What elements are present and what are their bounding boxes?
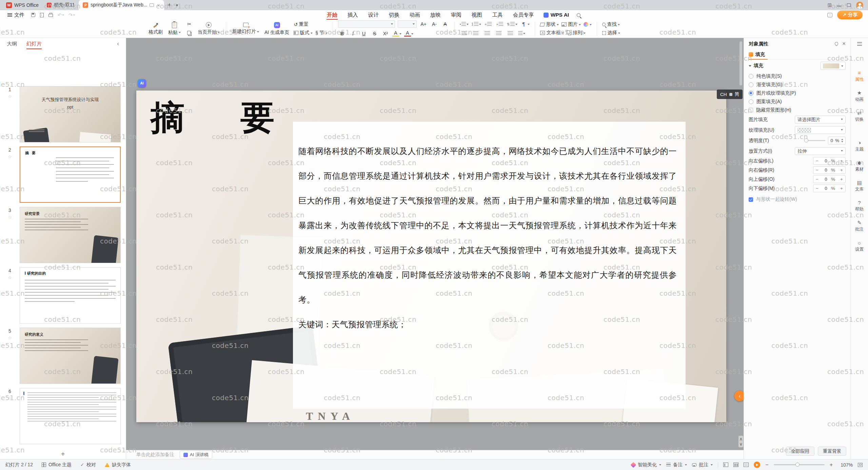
fill-option-gradient-fill[interactable]: 渐变填充(G)	[749, 80, 846, 89]
ai-generate-page-button[interactable]: AI AI 生成单页	[262, 22, 292, 36]
arrange-button[interactable]: 排列	[567, 30, 586, 36]
select-button[interactable]: 选择	[602, 30, 620, 36]
layout-button[interactable]: 版式	[294, 30, 313, 36]
avatar[interactable]	[856, 2, 863, 9]
rotate-with-shape-checkbox[interactable]	[749, 197, 753, 202]
slide-thumbnail-preview[interactable]: 研究背景	[20, 207, 121, 263]
distribute-button[interactable]	[506, 30, 515, 37]
redo-button[interactable]: ↷▾	[68, 12, 75, 18]
align-center-button[interactable]	[471, 30, 480, 37]
close-icon[interactable]: ×	[842, 40, 846, 47]
undo-button[interactable]: ↶▾	[58, 12, 64, 18]
slide-thumbnail-2[interactable]: 2☆摘 要	[0, 146, 126, 203]
proofing-button[interactable]: ✓ 校对	[80, 462, 96, 468]
slide-thumbnail-3[interactable]: 3☆研究背景	[0, 207, 126, 263]
undo-caret-icon[interactable]: ▾	[62, 13, 64, 17]
slide-thumbnail-6[interactable]: 6☆	[0, 388, 126, 444]
apps-grid-icon[interactable]: ⊞	[827, 2, 832, 8]
star-icon[interactable]: ☆	[8, 335, 12, 340]
tab-list-dropdown-icon[interactable]: ▾	[175, 0, 179, 10]
menu-tab-animation[interactable]: 动画	[405, 10, 425, 20]
wps-ai-floating-icon[interactable]: AI	[138, 79, 146, 87]
smart-beautify-button[interactable]: 智能美化	[631, 462, 661, 468]
zoom-out-icon[interactable]: −	[765, 462, 768, 468]
slide-thumbnail-5[interactable]: 5☆研究的意义	[0, 328, 126, 384]
rail-item-help[interactable]: ?帮助	[855, 200, 864, 212]
slide-thumbnail-1[interactable]: 1☆天气预报管理系统设计与实现 ppt	[0, 86, 126, 142]
share-button[interactable]: ↗ 分享	[837, 11, 863, 19]
zoom-level[interactable]: 107%	[838, 462, 853, 468]
shape-button[interactable]: 形状	[540, 21, 559, 27]
increase-font-button[interactable]: A+	[419, 20, 428, 27]
slideshow-play-button[interactable]	[754, 462, 760, 468]
export-pdf-button[interactable]	[40, 13, 44, 17]
paste-button[interactable]: 粘贴	[165, 22, 183, 36]
transparency-spinner[interactable]: 0 %	[828, 137, 846, 144]
play-from-current-button[interactable]: 当页开始	[195, 22, 222, 35]
rail-item-comments[interactable]: ✎批注	[855, 220, 864, 232]
collapse-panel-icon[interactable]: ‹	[117, 40, 119, 47]
rail-item-properties[interactable]: ≡属性	[855, 70, 864, 82]
fit-to-window-icon[interactable]	[858, 463, 863, 467]
fill-option-solid-fill[interactable]: 纯色填充(S)	[749, 72, 846, 80]
tab-presentation[interactable]: P springboot基于Java Web... ×	[79, 0, 164, 10]
offset-down-stepper[interactable]: −0%+	[813, 184, 846, 192]
increment-button[interactable]: +	[838, 186, 845, 191]
normal-view-button[interactable]	[723, 463, 728, 467]
find-button[interactable]: 查找	[602, 21, 620, 27]
slide-title[interactable]: 摘 要	[151, 95, 278, 141]
rail-item-theme[interactable]: ◑主题	[855, 140, 864, 152]
highlight-color-button[interactable]: A	[392, 30, 401, 37]
offset-left-stepper[interactable]: −0%+	[813, 157, 846, 165]
fill-option-hide-background-graphics[interactable]: 隐藏背景图形(H)	[749, 106, 846, 114]
stepper-icons[interactable]	[841, 138, 843, 143]
decrease-indent-button[interactable]: «	[484, 21, 493, 27]
slide-2[interactable]: TNYA 摘 要 随着网络科技的不断发展以及人们经济水平的逐步提高，网络技术如今…	[136, 91, 726, 422]
strikethrough-button[interactable]: S	[371, 30, 379, 37]
align-right-button[interactable]	[483, 30, 492, 37]
cut-button[interactable]: ✂	[185, 20, 193, 27]
bullets-button[interactable]: •	[460, 21, 469, 27]
fill-preview-dropdown[interactable]	[821, 62, 846, 70]
canvas-scrollbar[interactable]	[739, 41, 742, 85]
zoom-slider-knob[interactable]	[795, 463, 800, 467]
zoom-in-icon[interactable]: +	[830, 462, 833, 468]
theme-button[interactable]: Office 主题	[42, 462, 72, 468]
menu-tab-insert[interactable]: 插入	[342, 10, 363, 20]
slide-thumbnail-4[interactable]: 4☆研究的目的	[0, 267, 126, 324]
bold-button[interactable]: B	[338, 30, 346, 37]
menu-tab-member[interactable]: 会员专享	[508, 10, 539, 20]
menu-tab-view[interactable]: 视图	[467, 10, 487, 20]
slide-sorter-view-button[interactable]	[733, 463, 738, 467]
format-painter-button[interactable]: 格式刷	[146, 22, 165, 35]
font-color-button[interactable]: A	[404, 30, 413, 37]
increment-button[interactable]: +	[838, 177, 845, 182]
previous-slide-icon[interactable]: ∧	[739, 437, 743, 441]
decrement-button[interactable]: −	[813, 186, 821, 191]
offset-up-stepper[interactable]: −0%+	[813, 175, 846, 183]
offset-right-stepper[interactable]: −0%+	[813, 166, 846, 174]
new-tab-button[interactable]: +	[164, 0, 175, 10]
slide-body-textbox[interactable]: 随着网络科技的不断发展以及人们经济水平的逐步提高，网络技术如今已成为人们生活中不…	[293, 122, 686, 409]
clear-format-button[interactable]: A	[441, 20, 449, 27]
tab-wps-home[interactable]: W WPS Office	[2, 0, 43, 10]
menu-tab-review[interactable]: 审阅	[446, 10, 467, 20]
picture-button[interactable]: 图片	[561, 21, 581, 27]
rail-menu-icon[interactable]	[857, 42, 862, 46]
maximize-icon[interactable]	[847, 3, 851, 7]
rail-item-animation[interactable]: ★动画	[855, 90, 864, 102]
fill-section-header[interactable]: 填充	[749, 60, 846, 72]
increment-button[interactable]: +	[838, 168, 845, 173]
fill-tab[interactable]: 填充	[744, 50, 850, 60]
checkbox-control[interactable]	[749, 108, 753, 112]
radio-control[interactable]	[749, 91, 753, 96]
tab-slides[interactable]: 幻灯片	[26, 38, 42, 50]
placement-select[interactable]: 拉伸	[795, 147, 846, 155]
rail-item-transition[interactable]: ⇄切换	[855, 110, 864, 122]
line-spacing-button[interactable]: ⇅	[507, 21, 517, 27]
new-slide-button[interactable]: 新建幻灯片	[230, 23, 262, 35]
rail-item-library[interactable]: ▤文库	[855, 180, 864, 192]
slide-thumbnail-preview[interactable]: 摘 要	[20, 146, 121, 203]
underline-button[interactable]: U	[360, 30, 368, 37]
decrement-button[interactable]: −	[813, 177, 821, 182]
